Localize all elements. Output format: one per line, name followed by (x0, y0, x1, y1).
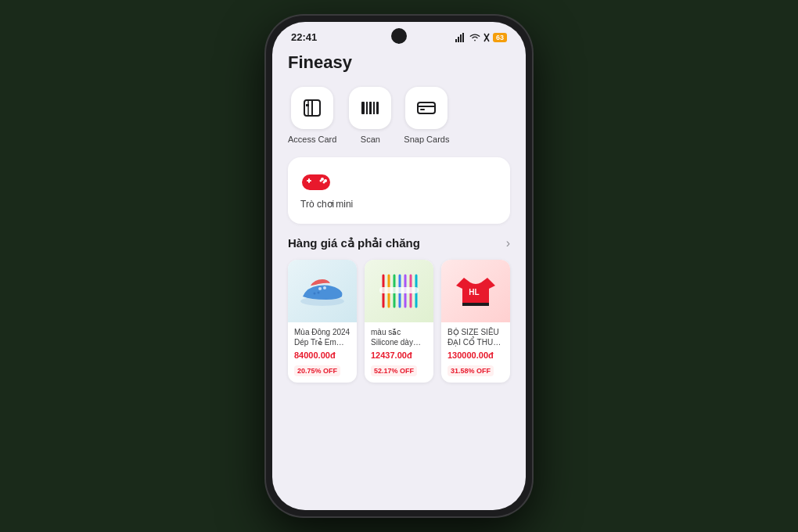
phone-wrapper: 22:41 (266, 16, 532, 516)
svg-point-26 (318, 287, 322, 290)
svg-rect-15 (418, 102, 435, 113)
mini-game-text: Trò chơi mini (300, 198, 353, 211)
product-price-clothes: 130000.00đ (448, 350, 504, 360)
product-price-needles: 12437.00đ (371, 350, 427, 360)
mini-game-label-2: mini (336, 198, 353, 211)
wifi-icon (469, 33, 480, 42)
access-card-icon (302, 98, 322, 118)
product-price-shoes: 84000.00đ (294, 350, 350, 360)
svg-text:HL: HL (469, 288, 479, 297)
svg-rect-0 (455, 39, 457, 42)
clothes-image: HL (448, 271, 503, 311)
gamepad-icon (300, 170, 332, 195)
svg-rect-12 (369, 102, 372, 114)
quick-actions: Access Card S (288, 87, 510, 145)
product-image-needles (365, 260, 433, 322)
signal-icon (455, 33, 466, 42)
camera-notch (391, 28, 407, 44)
product-card-needles[interactable]: màu sắc Silicone dày thun 12437.00đ 52.1… (365, 260, 433, 383)
product-info-needles: màu sắc Silicone dày thun 12437.00đ 52.1… (365, 322, 433, 383)
battery-badge: 63 (493, 33, 507, 42)
svg-rect-17 (420, 109, 425, 110)
product-name-clothes: BỘ SIZE SIÊU ĐẠI CỔ THUN COTTON (448, 327, 504, 347)
svg-rect-1 (458, 37, 459, 42)
svg-rect-14 (376, 102, 379, 114)
product-discount-clothes: 31.58% OFF (448, 365, 494, 376)
svg-rect-10 (361, 102, 365, 114)
svg-rect-13 (373, 102, 375, 114)
scan-icon (360, 98, 380, 118)
action-snap-cards[interactable]: Snap Cards (404, 87, 449, 145)
product-name-shoes: Mùa Đông 2024 Dép Trẻ Em Bằng Cotton (294, 327, 350, 347)
svg-point-23 (320, 180, 322, 182)
svg-rect-18 (302, 174, 330, 190)
x-icon (483, 33, 490, 42)
access-card-label: Access Card (288, 134, 336, 145)
scan-label: Scan (361, 134, 380, 145)
svg-point-29 (318, 292, 320, 294)
products-row: Mùa Đông 2024 Dép Trẻ Em Bằng Cotton 840… (288, 260, 510, 383)
svg-point-24 (323, 182, 325, 184)
svg-rect-39 (462, 303, 489, 306)
status-time: 22:41 (291, 31, 317, 43)
app-title: Fineasy (288, 52, 510, 73)
action-scan[interactable]: Scan (349, 87, 391, 145)
main-content: Fineasy Access Card (272, 46, 526, 510)
section-header: Hàng giá cả phải chăng › (288, 236, 510, 250)
svg-rect-11 (366, 102, 368, 114)
product-image-clothes: HL (441, 260, 510, 322)
mini-game-label-1: Trò chơi (300, 198, 334, 211)
needles-image (372, 271, 426, 311)
shoes-image (295, 271, 350, 311)
svg-rect-2 (460, 34, 462, 42)
svg-rect-37 (379, 287, 419, 293)
access-card-icon-wrap (291, 87, 333, 129)
mini-game-icon (300, 170, 332, 198)
product-discount-needles: 52.17% OFF (371, 365, 417, 376)
product-image-shoes (288, 260, 357, 322)
action-access-card[interactable]: Access Card (288, 87, 336, 145)
scan-icon-wrap (349, 87, 391, 129)
snap-cards-label: Snap Cards (404, 134, 449, 145)
svg-point-28 (314, 293, 316, 295)
product-name-needles: màu sắc Silicone dày thun (371, 327, 427, 347)
svg-rect-9 (306, 104, 309, 106)
product-discount-shoes: 20.75% OFF (294, 365, 340, 376)
product-card-shoes[interactable]: Mùa Đông 2024 Dép Trẻ Em Bằng Cotton 840… (288, 260, 357, 383)
section-title: Hàng giá cả phải chăng (288, 236, 420, 250)
svg-point-27 (323, 286, 326, 289)
status-icons: 63 (455, 33, 507, 42)
product-info-clothes: BỘ SIZE SIÊU ĐẠI CỔ THUN COTTON 130000.0… (441, 322, 510, 383)
phone-screen: 22:41 (272, 22, 526, 510)
snap-cards-icon (416, 98, 437, 118)
snap-cards-icon-wrap (405, 87, 448, 129)
svg-rect-3 (462, 33, 464, 42)
svg-rect-20 (308, 178, 310, 183)
mini-game-card[interactable]: Trò chơi mini (288, 157, 510, 224)
product-info-shoes: Mùa Đông 2024 Dép Trẻ Em Bằng Cotton 840… (288, 322, 357, 383)
phone-frame: 22:41 (266, 16, 532, 516)
product-card-clothes[interactable]: HL BỘ SIZE SIÊU ĐẠI CỔ THUN COTTON 13000… (441, 260, 510, 383)
chevron-right-icon[interactable]: › (506, 236, 510, 250)
